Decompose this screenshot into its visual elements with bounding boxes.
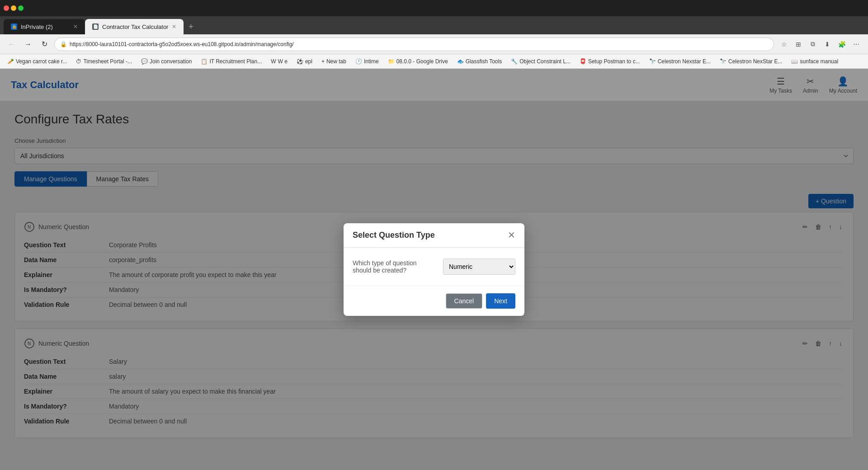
bookmark-favicon-it: 📋	[201, 58, 208, 65]
bookmark-label-we: W e	[278, 58, 288, 65]
bookmark-favicon-postman: 📮	[580, 58, 586, 65]
bookmark-favicon-vegan: 🥕	[7, 58, 14, 65]
bookmark-postman[interactable]: 📮 Setup Postman to c...	[576, 57, 644, 66]
star-icon[interactable]: ☆	[778, 38, 790, 51]
question-type-select[interactable]: Numeric Boolean Text	[443, 258, 515, 275]
collections-icon[interactable]: ⊞	[792, 38, 805, 51]
bookmark-it[interactable]: 📋 IT Recruitment Plan...	[197, 57, 265, 66]
cancel-button[interactable]: Cancel	[446, 293, 483, 309]
minimize-window-button[interactable]	[11, 5, 16, 11]
bookmark-favicon-timesheet: ⏱	[76, 58, 81, 65]
bookmark-label-constraint: Object Constraint L...	[519, 58, 571, 65]
app: Tax Calculator ☰ My Tasks ✂ Admin 👤 My A…	[0, 69, 868, 470]
bookmark-google-drive[interactable]: 📁 08.0.0 - Google Drive	[384, 57, 452, 66]
bookmark-favicon-constraint: 🔧	[511, 58, 518, 65]
bookmark-celestron2[interactable]: 🔭 Celestron NexStar E...	[716, 57, 786, 66]
bookmark-favicon-gdrive: 📁	[388, 58, 395, 65]
modal-footer: Cancel Next	[344, 286, 524, 316]
forward-button[interactable]: →	[22, 38, 34, 51]
modal-question-type-field: Which type of question should be created…	[353, 258, 515, 275]
toolbar-actions: ☆ ⊞ ⧉ ⬇ 🧩 ⋯	[778, 38, 863, 51]
tab-close-inprivate[interactable]: ✕	[73, 24, 78, 30]
bookmark-favicon-we: W	[271, 58, 276, 65]
refresh-button[interactable]: ↻	[38, 38, 51, 51]
new-tab-button[interactable]: +	[184, 19, 198, 34]
bookmark-favicon-celestron1: 🔭	[649, 58, 656, 65]
extensions-icon[interactable]: 🧩	[835, 38, 848, 51]
bookmark-favicon-newtab: +	[321, 58, 325, 65]
tab-inprivate[interactable]: 🔒 InPrivate (2) ✕	[4, 19, 85, 34]
bookmarks-bar: 🥕 Vegan carrot cake r... ⏱ Timesheet Por…	[0, 54, 868, 69]
bookmark-label-celestron1: Celestron Nexstar E...	[658, 58, 711, 65]
bookmark-label-intime: Intime	[364, 58, 379, 65]
bookmark-object-constraint[interactable]: 🔧 Object Constraint L...	[507, 57, 574, 66]
modal-question-label: Which type of question should be created…	[353, 259, 436, 274]
tab-contractor[interactable]: 📄 Contractor Tax Calculator ✕	[85, 19, 184, 34]
modal-title: Select Question Type	[353, 230, 435, 240]
title-bar	[0, 0, 868, 16]
bookmark-label-gdrive: 08.0.0 - Google Drive	[396, 58, 448, 65]
downloads-icon[interactable]: ⬇	[821, 38, 834, 51]
back-button[interactable]: ←	[5, 38, 18, 51]
bookmark-label-newtab: New tab	[326, 58, 346, 65]
bookmark-label-epl: epl	[305, 58, 312, 65]
tab-label-inprivate: InPrivate (2)	[21, 24, 53, 30]
bookmark-label-sunface: sunface manual	[800, 58, 838, 65]
bookmark-label-timesheet: Timesheet Portal -...	[83, 58, 132, 65]
tab-bar: 🔒 InPrivate (2) ✕ 📄 Contractor Tax Calcu…	[0, 16, 868, 34]
split-screen-icon[interactable]: ⧉	[807, 38, 819, 51]
bookmark-timesheet[interactable]: ⏱ Timesheet Portal -...	[72, 57, 136, 66]
bookmark-join[interactable]: 💬 Join conversation	[137, 57, 195, 66]
modal-body: Which type of question should be created…	[344, 248, 524, 286]
bookmark-label-glassfish: Glassfish Tools	[466, 58, 502, 65]
maximize-window-button[interactable]	[18, 5, 24, 11]
bookmark-favicon-join: 💬	[141, 58, 148, 65]
tab-favicon-contractor: 📄	[92, 24, 99, 30]
bookmark-epl[interactable]: ⚽ epl	[293, 57, 316, 66]
browser-frame: 🔒 InPrivate (2) ✕ 📄 Contractor Tax Calcu…	[0, 0, 868, 470]
tab-close-contractor[interactable]: ✕	[172, 24, 176, 30]
bookmark-favicon-celestron2: 🔭	[720, 58, 726, 65]
bookmark-label-join: Join conversation	[150, 58, 192, 65]
bookmark-favicon-epl: ⚽	[297, 58, 303, 65]
select-question-type-modal: Select Question Type ✕ Which type of que…	[344, 223, 524, 316]
bookmark-label-celestron2: Celestron NexStar E...	[728, 58, 782, 65]
bookmark-favicon-intime: 🕐	[355, 58, 362, 65]
next-button[interactable]: Next	[486, 293, 515, 309]
modal-close-button[interactable]: ✕	[508, 230, 515, 240]
browser-toolbar: ← → ↻ 🔒 https://8000-laura10101-contract…	[0, 34, 868, 54]
settings-icon[interactable]: ⋯	[850, 38, 863, 51]
bookmark-glassfish[interactable]: 🐟 Glassfish Tools	[453, 57, 505, 66]
bookmark-label-postman: Setup Postman to c...	[588, 58, 640, 65]
bookmark-newtab[interactable]: + New tab	[318, 57, 350, 66]
tab-favicon-inprivate: 🔒	[11, 24, 17, 30]
close-window-button[interactable]	[4, 5, 9, 11]
bookmark-sunface[interactable]: 📖 sunface manual	[788, 57, 842, 66]
address-bar[interactable]: 🔒 https://8000-laura10101-contractorta-g…	[54, 38, 774, 51]
tab-label-contractor: Contractor Tax Calculator	[102, 24, 168, 30]
bookmark-intime[interactable]: 🕐 Intime	[352, 57, 382, 66]
bookmark-we[interactable]: W W e	[267, 57, 291, 66]
bookmark-favicon-glassfish: 🐟	[457, 58, 464, 65]
bookmark-label-vegan: Vegan carrot cake r...	[16, 58, 67, 65]
bookmark-celestron1[interactable]: 🔭 Celestron Nexstar E...	[646, 57, 714, 66]
modal-overlay: Select Question Type ✕ Which type of que…	[0, 69, 868, 470]
bookmark-label-it: IT Recruitment Plan...	[209, 58, 262, 65]
bookmark-vegan[interactable]: 🥕 Vegan carrot cake r...	[4, 57, 71, 66]
bookmark-favicon-sunface: 📖	[791, 58, 798, 65]
lock-icon: 🔒	[60, 41, 67, 47]
address-text: https://8000-laura10101-contractorta-g5o…	[70, 41, 294, 47]
modal-header: Select Question Type ✕	[344, 223, 524, 248]
